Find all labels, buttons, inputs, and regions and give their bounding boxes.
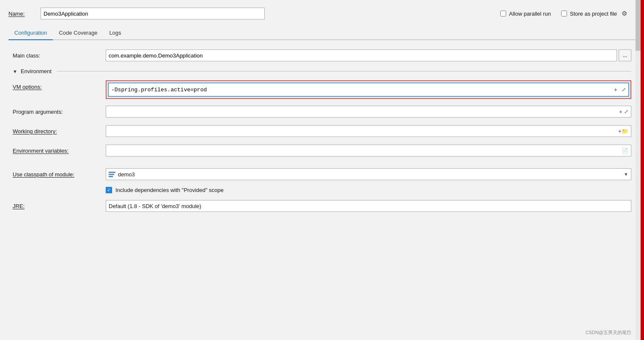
- environment-variables-input[interactable]: [109, 148, 622, 154]
- svg-rect-2: [109, 176, 113, 177]
- allow-parallel-checkbox[interactable]: [500, 11, 506, 16]
- program-arguments-add-icon[interactable]: +: [619, 108, 622, 115]
- content-area: Main class: ... ▼ Environment VM options…: [8, 40, 636, 227]
- store-project-label: Store as project file: [570, 11, 617, 17]
- include-dependencies-label: Include dependencies with "Provided" sco…: [115, 187, 224, 193]
- vm-options-expand-icon[interactable]: ⤢: [622, 87, 626, 93]
- svg-rect-1: [109, 174, 114, 175]
- tab-logs[interactable]: Logs: [103, 27, 127, 40]
- allow-parallel-label: Allow parallel run: [509, 11, 551, 17]
- vm-options-input[interactable]: [111, 87, 612, 93]
- program-arguments-label: Program arguments:: [13, 109, 106, 115]
- main-class-label: Main class:: [13, 52, 106, 59]
- vm-options-actions: + ⤢: [614, 86, 626, 93]
- environment-variables-input-container: 📄: [106, 145, 631, 156]
- vm-options-wrapper: + ⤢: [106, 80, 631, 99]
- working-directory-label: Working directory:: [13, 128, 106, 134]
- name-input[interactable]: [41, 8, 265, 19]
- tab-configuration[interactable]: Configuration: [8, 27, 53, 40]
- module-icon: [109, 171, 115, 178]
- tab-code-coverage[interactable]: Code Coverage: [53, 27, 103, 40]
- classpath-module-label: Use classpath of module:: [13, 171, 106, 178]
- browse-button[interactable]: ...: [619, 49, 631, 61]
- name-label: Name:: [8, 11, 34, 17]
- vm-options-row: VM options: + ⤢: [13, 80, 631, 99]
- gear-icon[interactable]: ⚙: [622, 10, 627, 17]
- svg-rect-0: [109, 172, 115, 173]
- vm-options-add-icon[interactable]: +: [614, 86, 617, 93]
- program-arguments-expand-icon[interactable]: ⤢: [624, 109, 628, 115]
- program-arguments-input-container: + ⤢: [106, 106, 631, 118]
- include-dependencies-row: ✓ Include dependencies with "Provided" s…: [106, 187, 631, 193]
- section-toggle-icon[interactable]: ▼: [13, 69, 17, 74]
- program-arguments-input[interactable]: [109, 109, 619, 115]
- include-dependencies-checkbox[interactable]: ✓: [106, 187, 112, 193]
- tabs-bar: Configuration Code Coverage Logs: [8, 27, 636, 40]
- module-dropdown[interactable]: demo3 ▼: [106, 168, 631, 180]
- classpath-module-row: Use classpath of module: demo3 ▼: [13, 167, 631, 181]
- jre-dropdown[interactable]: Default (1.8 - SDK of 'demo3' module): [106, 200, 631, 212]
- working-directory-folder-icon[interactable]: 📁: [622, 128, 628, 134]
- working-directory-input-container: + 📁: [106, 125, 631, 137]
- section-divider: [57, 71, 631, 71]
- environment-variables-row: Environment variables: 📄: [13, 144, 631, 157]
- jre-row: JRE: Default (1.8 - SDK of 'demo3' modul…: [13, 199, 631, 213]
- vm-options-inner-border: + ⤢: [108, 82, 629, 97]
- store-project-checkbox[interactable]: [561, 11, 567, 16]
- vm-options-outer-border: + ⤢: [106, 80, 631, 99]
- module-value: demo3: [118, 171, 135, 178]
- environment-title: Environment: [21, 68, 52, 74]
- environment-variables-label: Environment variables:: [13, 148, 106, 154]
- jre-value: Default (1.8 - SDK of 'demo3' module): [109, 203, 201, 209]
- working-directory-row: Working directory: + 📁: [13, 124, 631, 138]
- vm-options-label: VM options:: [13, 80, 106, 90]
- main-class-input[interactable]: [106, 49, 617, 61]
- main-class-row: Main class: ...: [13, 49, 631, 62]
- working-directory-add-icon[interactable]: +: [618, 128, 622, 134]
- working-directory-input[interactable]: [109, 128, 618, 134]
- checkmark-icon: ✓: [107, 188, 111, 192]
- environment-variables-doc-icon[interactable]: 📄: [622, 148, 628, 154]
- module-dropdown-arrow: ▼: [624, 172, 628, 177]
- watermark: CSDN@五男天的尾巴: [586, 329, 631, 336]
- environment-section: ▼ Environment: [13, 68, 631, 74]
- program-arguments-row: Program arguments: + ⤢: [13, 105, 631, 118]
- jre-label: JRE:: [13, 203, 106, 209]
